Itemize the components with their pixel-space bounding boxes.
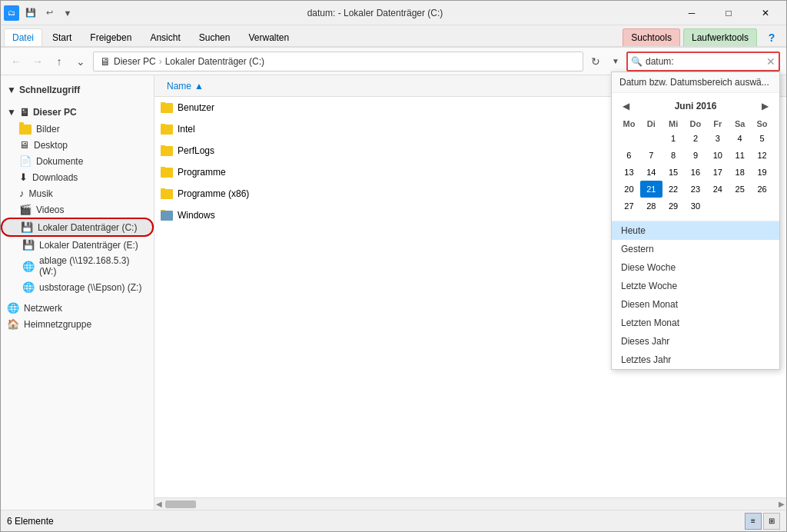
col-name[interactable]: Name ▲ <box>161 81 657 91</box>
forward-button[interactable]: → <box>28 52 47 71</box>
qa-undo-btn[interactable]: ↩ <box>41 5 58 22</box>
cal-day-6[interactable]: 6 <box>618 147 640 164</box>
cal-day-15[interactable]: 15 <box>662 164 685 181</box>
sidebar-item-downloads-label: Downloads <box>32 172 78 183</box>
sidebar-item-bilder[interactable]: Bilder <box>1 121 154 137</box>
cal-day-5[interactable]: 5 <box>751 130 773 147</box>
cal-empty <box>729 198 751 214</box>
breadcrumb[interactable]: 🖥 Dieser PC › Lokaler Datenträger (C:) <box>93 52 583 71</box>
cal-day-10[interactable]: 10 <box>706 147 729 164</box>
cal-day-14[interactable]: 14 <box>640 164 662 181</box>
sidebar-item-heimnetzgruppe-label: Heimnetzgruppe <box>24 319 91 330</box>
view-details-button[interactable]: ≡ <box>745 513 762 530</box>
sidebar-item-downloads[interactable]: ⬇ Downloads <box>1 169 154 185</box>
cal-day-25[interactable]: 25 <box>729 181 751 198</box>
cal-next-button[interactable]: ▶ <box>757 99 773 113</box>
close-button[interactable]: ✕ <box>748 1 783 25</box>
minimize-button[interactable]: ─ <box>674 1 709 25</box>
tab-laufwerktools[interactable]: Laufwerktools <box>683 28 757 46</box>
shortcut-gestern[interactable]: Gestern <box>612 240 779 258</box>
search-icon: 🔍 <box>631 56 643 67</box>
horizontal-scrollbar[interactable]: ◀ ▶ <box>154 497 786 510</box>
refresh-button[interactable]: ↻ <box>586 52 605 71</box>
qa-save-btn[interactable]: 💾 <box>22 5 39 22</box>
sidebar-section-schnellzugriff-label: Schnellzugriff <box>19 85 80 95</box>
tab-freigeben[interactable]: Freigeben <box>81 28 140 46</box>
cal-header-so: So <box>751 118 773 130</box>
tab-verwalten[interactable]: Verwalten <box>240 28 297 46</box>
sidebar-item-netzwerk[interactable]: 🌐 Netzwerk <box>1 300 154 316</box>
cal-day-17[interactable]: 17 <box>706 164 729 181</box>
tab-ansicht[interactable]: Ansicht <box>141 28 188 46</box>
folder-icon-perflogs <box>161 146 173 156</box>
tab-suchtools[interactable]: Suchtools <box>623 28 680 46</box>
scroll-right-btn[interactable]: ▶ <box>779 500 785 508</box>
qa-dropdown-btn[interactable]: ▼ <box>59 5 76 22</box>
shortcut-letzten-monat[interactable]: Letzten Monat <box>612 314 779 332</box>
scroll-left-btn[interactable]: ◀ <box>156 500 162 508</box>
sidebar-item-desktop[interactable]: 🖥 Desktop <box>1 137 154 153</box>
shortcut-letzte-woche[interactable]: Letzte Woche <box>612 277 779 295</box>
tab-suchen[interactable]: Suchen <box>191 28 239 46</box>
scroll-thumb-h[interactable] <box>165 500 196 508</box>
shortcut-diesen-monat[interactable]: Diesen Monat <box>612 295 779 314</box>
tab-datei[interactable]: Datei <box>4 28 42 46</box>
cal-day-27[interactable]: 27 <box>618 198 640 214</box>
help-button[interactable]: ? <box>763 29 780 46</box>
cal-day-23[interactable]: 23 <box>685 181 707 198</box>
cal-day-29[interactable]: 29 <box>662 198 685 214</box>
sidebar-item-dokumente[interactable]: 📄 Dokumente <box>1 153 154 169</box>
cal-day-21[interactable]: 21 <box>640 181 662 198</box>
view-large-icon-button[interactable]: ⊞ <box>763 513 780 530</box>
cal-day-7[interactable]: 7 <box>640 147 662 164</box>
expand-icon-schnellzugriff: ▼ <box>7 85 16 95</box>
sidebar-item-videos[interactable]: 🎬 Videos <box>1 201 154 218</box>
search-input[interactable] <box>646 56 766 67</box>
cal-day-12[interactable]: 12 <box>751 147 773 164</box>
shortcut-diese-woche[interactable]: Diese Woche <box>612 258 779 277</box>
shortcut-dieses-jahr[interactable]: Dieses Jahr <box>612 332 779 351</box>
up-button[interactable]: ↑ <box>50 52 68 71</box>
cal-day-3[interactable]: 3 <box>706 130 729 147</box>
cal-header-mo: Mo <box>618 118 640 130</box>
address-dropdown-button[interactable]: ▼ <box>608 52 623 71</box>
cal-day-9[interactable]: 9 <box>685 147 707 164</box>
file-name-4: Programme (x86) <box>161 188 657 199</box>
sidebar-item-ablage-label: ablage (\\192.168.5.3) (W:) <box>39 255 148 277</box>
cal-day-8[interactable]: 8 <box>662 147 685 164</box>
tab-start[interactable]: Start <box>44 28 80 46</box>
cal-day-2[interactable]: 2 <box>685 130 707 147</box>
sidebar-item-ablage[interactable]: 🌐 ablage (\\192.168.5.3) (W:) <box>1 253 154 279</box>
recent-locations-button[interactable]: ⌄ <box>71 52 90 71</box>
cal-day-22[interactable]: 22 <box>662 181 685 198</box>
cal-empty <box>706 198 729 214</box>
file-name-0: Benutzer <box>161 102 657 113</box>
cal-day-30[interactable]: 30 <box>685 198 707 214</box>
cal-day-1[interactable]: 1 <box>662 130 685 147</box>
cal-prev-button[interactable]: ◀ <box>618 99 634 113</box>
sidebar-section-schnellzugriff[interactable]: ▼ Schnellzugriff <box>1 81 154 98</box>
sidebar-item-heimnetzgruppe[interactable]: 🏠 Heimnetzgruppe <box>1 316 154 332</box>
back-button[interactable]: ← <box>7 52 25 71</box>
cal-day-4[interactable]: 4 <box>729 130 751 147</box>
cal-day-18[interactable]: 18 <box>729 164 751 181</box>
file-label-3: Programme <box>178 167 226 178</box>
cal-day-19[interactable]: 19 <box>751 164 773 181</box>
maximize-button[interactable]: □ <box>711 1 746 25</box>
sidebar-item-c-drive[interactable]: 💾 Lokaler Datenträger (C:) <box>1 218 154 237</box>
status-bar: 6 Elemente ≡ ⊞ <box>1 510 786 531</box>
cal-day-13[interactable]: 13 <box>618 164 640 181</box>
sidebar-section-dieser-pc[interactable]: ▼ 🖥 Dieser PC <box>1 103 154 121</box>
cal-day-28[interactable]: 28 <box>640 198 662 214</box>
sidebar-item-e-drive[interactable]: 💾 Lokaler Datenträger (E:) <box>1 237 154 253</box>
cal-day-11[interactable]: 11 <box>729 147 751 164</box>
shortcut-heute[interactable]: Heute <box>612 221 779 240</box>
cal-day-24[interactable]: 24 <box>706 181 729 198</box>
cal-day-20[interactable]: 20 <box>618 181 640 198</box>
shortcut-letztes-jahr[interactable]: Letztes Jahr <box>612 351 779 369</box>
sidebar-item-musik[interactable]: ♪ Musik <box>1 185 154 201</box>
search-clear-icon[interactable]: ✕ <box>766 55 775 68</box>
cal-day-26[interactable]: 26 <box>751 181 773 198</box>
cal-day-16[interactable]: 16 <box>685 164 707 181</box>
sidebar-item-usbstorage[interactable]: 🌐 usbstorage (\\Epson) (Z:) <box>1 279 154 295</box>
